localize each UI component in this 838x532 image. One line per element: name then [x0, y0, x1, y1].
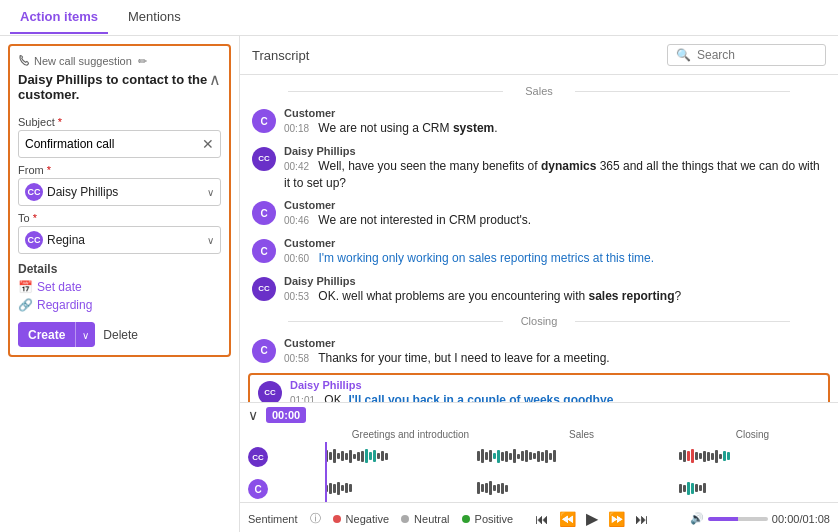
entry-speaker: Customer	[284, 237, 826, 249]
left-panel: New call suggestion ✏ Daisy Phillips to …	[0, 36, 240, 532]
transcript-entry: C Customer 00:18 We are not using a CRM …	[240, 103, 838, 141]
collapse-button[interactable]: ∧	[209, 72, 221, 88]
negative-legend: Negative	[333, 513, 389, 525]
transcript-header: Transcript 🔍	[240, 36, 838, 75]
action-buttons: Create ∨ Delete	[18, 322, 221, 347]
to-required: *	[33, 212, 37, 224]
entry-text: 00:18 We are not using a CRM system.	[284, 120, 826, 137]
search-box[interactable]: 🔍	[667, 44, 826, 66]
from-dropdown[interactable]: CC Daisy Phillips ∨	[18, 178, 221, 206]
from-value: Daisy Phillips	[47, 185, 118, 199]
timeline-area: ∨ 00:00 Greetings and introduction Sales…	[240, 402, 838, 532]
transcript-entry-highlighted: CC Daisy Phillips 01:01 OK. I'll call yo…	[248, 373, 830, 402]
skip-to-start-button[interactable]: ⏮	[533, 509, 551, 529]
play-button[interactable]: ▶	[584, 507, 600, 530]
clear-subject-button[interactable]: ✕	[202, 136, 214, 152]
action-title: Daisy Phillips to contact to the custome…	[18, 72, 209, 102]
search-input[interactable]	[697, 48, 817, 62]
volume-area: 🔊 00:00/01:08	[690, 512, 830, 525]
to-avatar: CC	[25, 231, 43, 249]
phone-icon	[18, 54, 30, 68]
c-track: C	[325, 474, 830, 502]
entry-text: 00:42 Well, have you seen the many benef…	[284, 158, 826, 192]
entry-content: Customer 00:58 Thanks for your time, but…	[284, 337, 826, 367]
entry-time: 00:58	[284, 353, 309, 364]
cc-greetings-bars	[325, 449, 476, 463]
transcript-title: Transcript	[252, 48, 309, 63]
entry-speaker: Customer	[284, 199, 826, 211]
sentiment-label: Sentiment	[248, 513, 298, 525]
entry-time: 00:42	[284, 161, 309, 172]
calendar-icon: 📅	[18, 280, 33, 294]
entry-text: 01:01 OK. I'll call you back in a couple…	[290, 392, 820, 402]
regarding-label[interactable]: Regarding	[37, 298, 92, 312]
avatar: C	[252, 239, 276, 263]
transcript-entry: C Customer 00:46 We are not interested i…	[240, 195, 838, 233]
action-card: New call suggestion ✏ Daisy Phillips to …	[8, 44, 231, 357]
entry-time: 00:46	[284, 215, 309, 226]
set-date-link[interactable]: 📅 Set date	[18, 280, 221, 294]
create-button[interactable]: Create	[18, 322, 75, 347]
from-chevron-icon: ∨	[207, 187, 214, 198]
avatar: CC	[252, 277, 276, 301]
current-time-badge: 00:00	[266, 407, 306, 423]
progress-line	[325, 442, 327, 502]
negative-dot	[333, 515, 341, 523]
entry-text: 00:46 We are not interested in CRM produ…	[284, 212, 826, 229]
cc-track: CC	[325, 442, 830, 470]
delete-button[interactable]: Delete	[103, 328, 138, 342]
main-layout: New call suggestion ✏ Daisy Phillips to …	[0, 36, 838, 532]
entry-speaker: Daisy Phillips	[284, 275, 826, 287]
create-chevron-icon: ∨	[82, 330, 89, 341]
fast-forward-button[interactable]: ⏩	[606, 509, 627, 529]
volume-slider[interactable]	[708, 517, 768, 521]
positive-dot	[462, 515, 470, 523]
avatar: C	[252, 201, 276, 225]
entry-content: Customer 00:46 We are not interested in …	[284, 199, 826, 229]
entry-speaker: Daisy Phillips	[284, 145, 826, 157]
entry-time: 01:01	[290, 395, 315, 402]
regarding-link[interactable]: 🔗 Regarding	[18, 298, 221, 312]
skip-to-end-button[interactable]: ⏭	[633, 509, 651, 529]
subject-label: Subject *	[18, 116, 221, 128]
action-title-row: Daisy Phillips to contact to the custome…	[18, 72, 221, 110]
entry-time: 00:60	[284, 253, 309, 264]
link-icon: 🔗	[18, 298, 33, 312]
tab-action-items[interactable]: Action items	[10, 1, 108, 34]
edit-icon[interactable]: ✏	[138, 55, 147, 68]
entry-text: 00:53 OK. well what problems are you enc…	[284, 288, 826, 305]
timeline-toggle-button[interactable]: ∨	[248, 407, 258, 423]
phase-closing: Closing	[667, 429, 838, 440]
entry-content: Customer 00:18 We are not using a CRM sy…	[284, 107, 826, 137]
avatar: C	[252, 339, 276, 363]
tab-mentions[interactable]: Mentions	[118, 1, 191, 34]
cc-closing-bars	[679, 449, 830, 463]
to-chevron-icon: ∨	[207, 235, 214, 246]
entry-text: 00:60 I'm working only working on sales …	[284, 250, 826, 267]
entry-text: 00:58 Thanks for your time, but I need t…	[284, 350, 826, 367]
cc-track-avatar: CC	[248, 447, 268, 467]
section-sales: Sales	[240, 79, 838, 103]
right-panel: Transcript 🔍 Sales C Customer 00:18 We a…	[240, 36, 838, 532]
entry-content: Daisy Phillips 00:53 OK. well what probl…	[284, 275, 826, 305]
neutral-legend: Neutral	[401, 513, 450, 525]
neutral-dot	[401, 515, 409, 523]
sentiment-info-icon: ⓘ	[310, 511, 321, 526]
transcript-entry: C Customer 00:58 Thanks for your time, b…	[240, 333, 838, 371]
set-date-label[interactable]: Set date	[37, 280, 82, 294]
to-dropdown[interactable]: CC Regina ∨	[18, 226, 221, 254]
rewind-button[interactable]: ⏪	[557, 509, 578, 529]
create-dropdown-button[interactable]: ∨	[75, 322, 95, 347]
subject-input[interactable]	[25, 137, 202, 151]
subject-input-wrapper[interactable]: ✕	[18, 130, 221, 158]
call-suggestion-header: New call suggestion ✏	[18, 54, 221, 68]
entry-time: 00:18	[284, 123, 309, 134]
entry-speaker: Customer	[284, 337, 826, 349]
volume-icon[interactable]: 🔊	[690, 512, 704, 525]
phase-greetings: Greetings and introduction	[325, 429, 496, 440]
phase-labels-row: Greetings and introduction Sales Closing	[240, 427, 838, 442]
create-button-group: Create ∨	[18, 322, 95, 347]
to-label: To *	[18, 212, 221, 224]
transcript-entry: CC Daisy Phillips 00:53 OK. well what pr…	[240, 271, 838, 309]
entry-speaker: Customer	[284, 107, 826, 119]
